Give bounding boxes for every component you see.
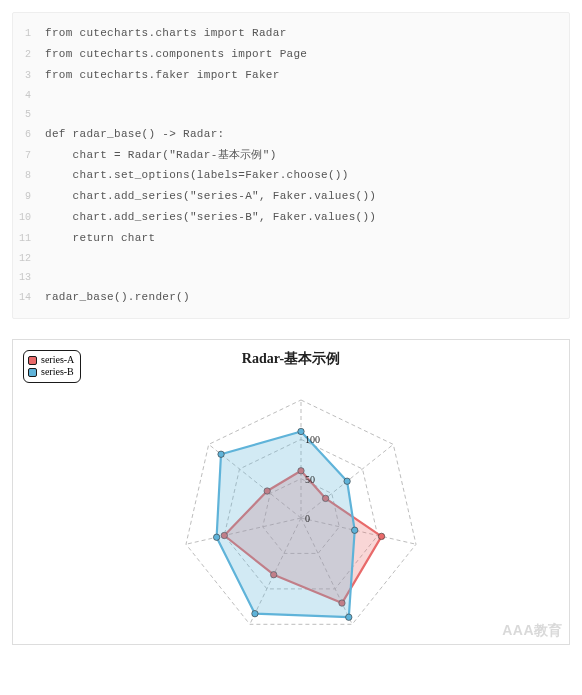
line-number: 13: [13, 268, 45, 287]
line-number: 8: [13, 166, 45, 185]
line-number: 10: [13, 208, 45, 227]
code-line: from cutecharts.faker import Faker: [45, 65, 280, 86]
line-number: 3: [13, 66, 45, 85]
svg-point-17: [346, 614, 352, 620]
line-number: 11: [13, 229, 45, 248]
line-number: 6: [13, 125, 45, 144]
swatch-icon: [28, 356, 37, 365]
code-line: def radar_base() -> Radar:: [45, 124, 224, 145]
chart-legend: series-A series-B: [23, 350, 81, 383]
line-number: 12: [13, 249, 45, 268]
code-line: chart.set_options(labels=Faker.choose()): [45, 165, 349, 186]
legend-item-series-b: series-B: [28, 366, 74, 379]
svg-point-15: [344, 478, 350, 484]
line-number: 14: [13, 288, 45, 307]
code-line: return chart: [45, 228, 155, 249]
code-line: from cutecharts.charts import Radar: [45, 23, 287, 44]
radar-chart-svg: 050100: [31, 368, 551, 638]
line-number: 1: [13, 24, 45, 43]
svg-point-16: [351, 527, 357, 533]
code-line: from cutecharts.components import Page: [45, 44, 307, 65]
svg-point-20: [218, 451, 224, 457]
radar-chart-panel: Radar-基本示例 series-A series-B 050100 AAA教…: [12, 339, 570, 645]
svg-text:0: 0: [305, 513, 310, 524]
line-number: 7: [13, 146, 45, 165]
code-line: chart = Radar("Radar-基本示例"): [45, 145, 277, 166]
chart-title: Radar-基本示例: [21, 350, 561, 368]
swatch-icon: [28, 368, 37, 377]
line-number: 9: [13, 187, 45, 206]
code-block: 1from cutecharts.charts import Radar 2fr…: [12, 12, 570, 319]
code-line: chart.add_series("series-A", Faker.value…: [45, 186, 376, 207]
svg-text:100: 100: [305, 434, 320, 445]
line-number: 2: [13, 45, 45, 64]
legend-label: series-A: [41, 354, 74, 367]
svg-point-14: [298, 428, 304, 434]
code-line: chart.add_series("series-B", Faker.value…: [45, 207, 376, 228]
legend-label: series-B: [41, 366, 74, 379]
svg-point-18: [252, 610, 258, 616]
svg-point-9: [378, 533, 384, 539]
line-number: 5: [13, 105, 45, 124]
svg-point-19: [213, 534, 219, 540]
svg-text:50: 50: [305, 474, 315, 485]
legend-item-series-a: series-A: [28, 354, 74, 367]
line-number: 4: [13, 86, 45, 105]
watermark-text: AAA教育: [502, 622, 563, 640]
code-line: radar_base().render(): [45, 287, 190, 308]
